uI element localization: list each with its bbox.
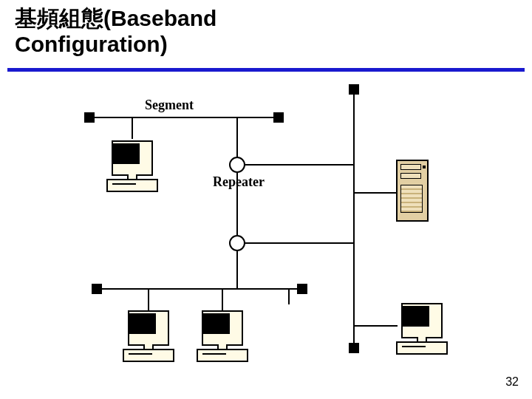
link-line: [236, 173, 238, 236]
repeater-label: Repeater: [213, 174, 265, 190]
terminator-icon: [349, 84, 359, 95]
segment-label: Segment: [145, 98, 194, 113]
drop-cable: [132, 117, 133, 139]
backbone-line: [353, 89, 355, 347]
terminator-icon: [84, 112, 95, 123]
computer-icon: [123, 309, 174, 364]
terminator-icon: [273, 112, 284, 123]
computer-icon: [106, 139, 158, 194]
drop-cable: [222, 288, 223, 310]
terminator-icon: [349, 343, 359, 353]
link-line: [245, 242, 354, 244]
server-icon: [396, 160, 429, 222]
bus-line-top: [89, 117, 279, 118]
drop-cable: [353, 325, 398, 327]
computer-icon: [396, 301, 448, 357]
repeater-icon: [229, 157, 245, 173]
repeater-icon: [229, 235, 245, 251]
link-line: [245, 164, 354, 166]
title-underline: [7, 68, 525, 72]
drop-cable: [288, 288, 290, 304]
terminator-icon: [297, 284, 307, 294]
title-line-1: 基頻組態(Baseband: [15, 6, 216, 30]
slide-title: 基頻組態(Baseband Configuration): [15, 6, 216, 57]
network-diagram: Segment Repeater: [0, 74, 532, 377]
computer-icon: [197, 309, 248, 364]
page-number: 32: [505, 375, 519, 389]
bus-line-bottom: [96, 288, 303, 290]
drop-cable: [236, 117, 238, 157]
drop-cable: [353, 192, 398, 194]
terminator-icon: [92, 284, 102, 294]
drop-cable: [148, 288, 149, 310]
title-line-2: Configuration): [15, 32, 168, 56]
link-line: [236, 251, 238, 288]
